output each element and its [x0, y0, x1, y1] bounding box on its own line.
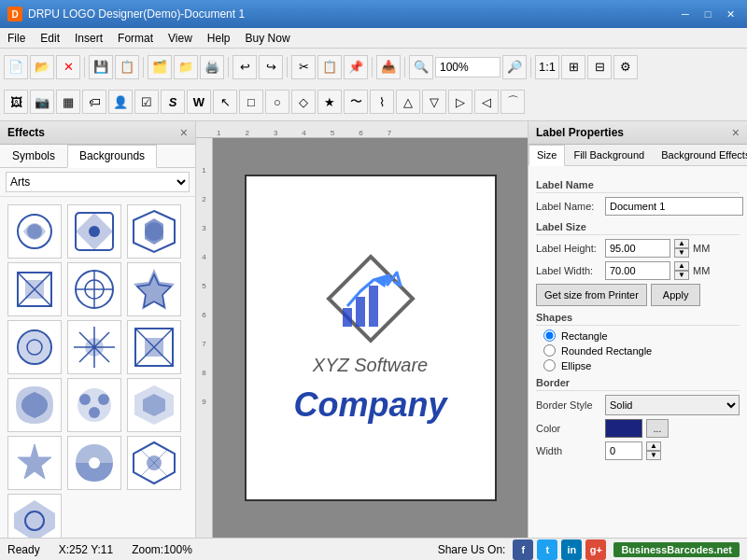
share-google[interactable]: g+ — [585, 539, 606, 560]
shape-ellipse-radio[interactable] — [543, 359, 556, 371]
toolbar-camera[interactable]: 📷 — [30, 90, 54, 114]
arts-dropdown[interactable]: Arts Animals Business Nature Sports — [6, 172, 190, 192]
toolbar-cut[interactable]: ✂ — [291, 55, 316, 79]
toolbar-folder[interactable]: 🗂️ — [148, 55, 172, 79]
toolbar-star[interactable]: ★ — [317, 90, 342, 114]
bg-item-10[interactable] — [7, 378, 62, 432]
tab-size[interactable]: Size — [529, 145, 565, 166]
toolbar-actual-size[interactable]: 1:1 — [535, 55, 559, 79]
tab-fill-background[interactable]: Fill Background — [565, 145, 653, 165]
effects-panel-close[interactable]: × — [180, 125, 188, 140]
share-linkedin[interactable]: in — [561, 539, 582, 560]
label-name-input[interactable] — [605, 197, 743, 216]
bg-item-6[interactable] — [127, 262, 181, 316]
apply-button[interactable]: Apply — [651, 284, 701, 306]
toolbar-rect[interactable]: □ — [239, 90, 263, 114]
toolbar-save-as[interactable]: 📋 — [115, 55, 139, 79]
toolbar-settings[interactable]: ⚙ — [613, 55, 638, 79]
zoom-input[interactable]: 100% — [435, 57, 500, 77]
tab-symbols[interactable]: Symbols — [0, 145, 67, 167]
bg-item-1[interactable] — [7, 204, 62, 259]
close-button[interactable]: ✕ — [721, 6, 740, 22]
toolbar-wave[interactable]: ⌇ — [370, 90, 394, 114]
bg-item-14[interactable] — [67, 436, 121, 490]
toolbar-zoom-in[interactable]: 🔍 — [409, 55, 433, 79]
menu-file[interactable]: File — [0, 30, 33, 47]
border-color-swatch[interactable] — [605, 419, 642, 438]
menu-insert[interactable]: Insert — [67, 30, 110, 47]
tab-background-effects[interactable]: Background Effects — [653, 145, 747, 165]
border-width-up[interactable]: ▲ — [646, 441, 661, 451]
label-height-down[interactable]: ▼ — [674, 248, 689, 258]
get-size-button[interactable]: Get size from Printer — [536, 284, 647, 306]
toolbar-diamond[interactable]: ◇ — [291, 90, 316, 114]
toolbar-folder2[interactable]: 📁 — [174, 55, 198, 79]
bg-item-16[interactable] — [7, 494, 62, 538]
bg-item-2[interactable] — [67, 204, 121, 259]
toolbar-person[interactable]: 👤 — [108, 90, 133, 114]
bg-item-15[interactable] — [127, 436, 181, 490]
menu-view[interactable]: View — [161, 30, 200, 47]
label-width-up[interactable]: ▲ — [674, 261, 689, 271]
menu-help[interactable]: Help — [200, 30, 238, 47]
border-width-down[interactable]: ▼ — [646, 451, 661, 460]
toolbar-paste[interactable]: 📌 — [344, 55, 368, 79]
border-style-select[interactable]: Solid Dashed Dotted Double — [605, 395, 740, 415]
toolbar-s-shape[interactable]: S — [161, 90, 185, 114]
toolbar-close-doc[interactable]: ✕ — [56, 55, 80, 79]
share-facebook[interactable]: f — [513, 539, 533, 560]
border-width-input[interactable] — [605, 441, 642, 460]
toolbar-import[interactable]: 📥 — [376, 55, 401, 79]
toolbar-label[interactable]: 🏷 — [82, 90, 106, 114]
toolbar-curve[interactable]: ⌒ — [500, 90, 525, 114]
share-icons: f t in g+ — [513, 539, 606, 560]
menu-buynow[interactable]: Buy Now — [238, 30, 298, 47]
menu-edit[interactable]: Edit — [33, 30, 67, 47]
toolbar-image[interactable]: 🖼 — [4, 90, 28, 114]
shape-rectangle-radio[interactable] — [543, 329, 556, 342]
toolbar-undo[interactable]: ↩ — [233, 55, 257, 79]
bg-item-7[interactable] — [7, 320, 62, 374]
bg-item-3[interactable] — [127, 204, 181, 259]
share-twitter[interactable]: t — [537, 539, 557, 560]
bg-item-9[interactable] — [127, 320, 181, 374]
bg-item-12[interactable] — [127, 378, 181, 432]
toolbar-squiggle[interactable]: 〜 — [344, 90, 368, 114]
toolbar-table[interactable]: ⊟ — [587, 55, 612, 79]
minimize-button[interactable]: ─ — [676, 6, 695, 22]
label-width-input[interactable] — [605, 261, 670, 280]
label-width-down[interactable]: ▼ — [674, 271, 689, 280]
bg-item-5[interactable] — [67, 262, 121, 316]
toolbar-grid[interactable]: ⊞ — [561, 55, 585, 79]
toolbar-arrow-left[interactable]: ◁ — [474, 90, 499, 114]
canvas-document[interactable]: XYZ Software Company — [245, 175, 497, 501]
toolbar-redo[interactable]: ↪ — [259, 55, 283, 79]
bg-item-11[interactable] — [67, 378, 121, 432]
sep3 — [228, 57, 229, 77]
toolbar-arrow-right[interactable]: ▷ — [448, 90, 472, 114]
maximize-button[interactable]: □ — [698, 6, 717, 22]
toolbar-layer[interactable]: ▦ — [56, 90, 80, 114]
shape-rounded-radio[interactable] — [543, 344, 556, 357]
menu-format[interactable]: Format — [110, 30, 161, 47]
tab-backgrounds[interactable]: Backgrounds — [67, 145, 157, 168]
toolbar-triangle[interactable]: △ — [396, 90, 420, 114]
toolbar-new[interactable]: 📄 — [4, 55, 28, 79]
toolbar-check[interactable]: ☑ — [134, 90, 159, 114]
bg-item-13[interactable] — [7, 436, 62, 490]
toolbar-open[interactable]: 📂 — [30, 55, 54, 79]
toolbar-circle[interactable]: ○ — [265, 90, 289, 114]
label-height-input[interactable] — [605, 239, 670, 258]
label-height-up[interactable]: ▲ — [674, 239, 689, 248]
bg-item-4[interactable] — [7, 262, 62, 316]
toolbar-zoom-out[interactable]: 🔎 — [502, 55, 527, 79]
toolbar-cursor[interactable]: ↖ — [213, 90, 237, 114]
toolbar-copy[interactable]: 📋 — [317, 55, 342, 79]
bg-item-8[interactable] — [67, 320, 121, 374]
border-color-picker-btn[interactable]: ... — [646, 419, 669, 438]
toolbar-print-preview[interactable]: 🖨️ — [200, 55, 224, 79]
toolbar-save[interactable]: 💾 — [89, 55, 113, 79]
toolbar-w-shape[interactable]: W — [187, 90, 211, 114]
props-panel-close[interactable]: × — [732, 125, 740, 140]
toolbar-triangle2[interactable]: ▽ — [422, 90, 446, 114]
